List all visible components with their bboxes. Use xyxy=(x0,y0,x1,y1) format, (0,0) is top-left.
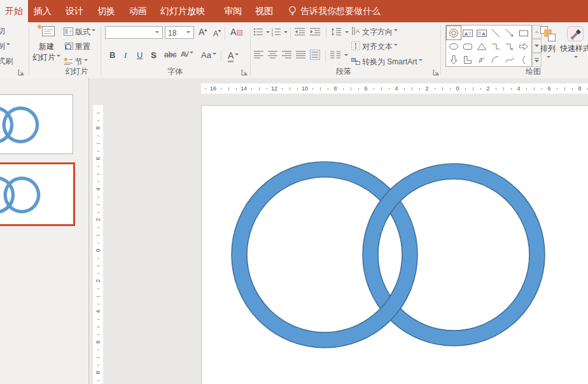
arrange-button[interactable]: 排列 xyxy=(536,25,559,63)
text-box-icon: A xyxy=(463,28,473,38)
text-shadow-button[interactable]: S xyxy=(151,50,157,60)
group-separator xyxy=(101,25,101,75)
ruler-number: 8 xyxy=(333,85,337,92)
italic-button[interactable]: I xyxy=(124,50,127,60)
tell-me-box[interactable]: 告诉我你想要做什么 xyxy=(288,0,381,22)
tab-transitions[interactable]: 切换 xyxy=(97,0,115,22)
underline-button[interactable]: U xyxy=(137,50,143,60)
align-right-icon[interactable] xyxy=(282,50,292,59)
shape-arrow[interactable] xyxy=(503,26,517,39)
tab-view[interactable]: 视图 xyxy=(255,0,273,22)
text-direction-button[interactable]: A 文字方向 xyxy=(351,27,398,38)
layout-button[interactable]: 版式 xyxy=(64,27,95,38)
tab-review[interactable]: 审阅 xyxy=(224,0,242,22)
shape-scribble[interactable] xyxy=(475,53,489,66)
shape-oval[interactable] xyxy=(447,39,461,53)
ruler-tick xyxy=(381,87,382,90)
shape-left-brace[interactable] xyxy=(517,53,531,66)
chevron-down-icon[interactable] xyxy=(153,27,162,38)
decrease-indent-icon[interactable] xyxy=(295,27,305,36)
chevron-down-icon[interactable] xyxy=(184,27,193,38)
cut-button[interactable]: 剪切 xyxy=(0,26,5,37)
strikethrough-button[interactable]: abc xyxy=(164,50,176,59)
grow-font-button[interactable]: A▴ xyxy=(199,27,207,37)
font-size-combobox[interactable]: 18 xyxy=(165,26,194,39)
panel-divider[interactable] xyxy=(88,78,89,384)
shape-down-arrow[interactable] xyxy=(447,53,461,66)
character-spacing-button[interactable]: AV xyxy=(181,50,193,58)
small-separator xyxy=(326,27,326,39)
shape-triangle[interactable] xyxy=(475,39,489,53)
shrink-font-button[interactable]: A▾ xyxy=(213,28,221,38)
shape-corner[interactable] xyxy=(461,53,475,66)
quick-styles-icon xyxy=(565,25,585,42)
quick-styles-button[interactable]: 快速样式 xyxy=(559,25,588,63)
ruler-tick xyxy=(97,197,99,197)
chevron-down-icon[interactable] xyxy=(345,31,349,35)
eraser-icon xyxy=(237,30,242,36)
ruler-tick xyxy=(526,88,527,90)
bold-button[interactable]: B xyxy=(109,50,115,60)
format-painter-button[interactable]: 格式刷 xyxy=(0,56,13,67)
increase-indent-icon[interactable] xyxy=(310,27,321,36)
ruler-tick xyxy=(97,120,99,121)
new-slide-button[interactable]: 新建 幻灯片 xyxy=(31,24,62,63)
font-dialog-launcher-icon[interactable] xyxy=(241,69,248,76)
font-name-combobox[interactable] xyxy=(105,26,163,39)
line-spacing-icon[interactable] xyxy=(331,27,342,36)
justify-icon[interactable] xyxy=(296,50,306,59)
vertical-text-box-icon: A xyxy=(477,28,487,38)
distribute-text-icon[interactable] xyxy=(310,50,321,60)
ruler-tick xyxy=(511,88,512,90)
font-color-button[interactable]: A xyxy=(228,50,239,60)
tab-insert[interactable]: 插入 xyxy=(34,0,52,22)
chevron-down-icon[interactable] xyxy=(344,54,348,58)
copy-button[interactable]: 复制 xyxy=(0,41,10,52)
ruler-tick xyxy=(97,266,100,266)
paragraph-dialog-launcher-icon[interactable] xyxy=(433,69,439,76)
font-size-value: 18 xyxy=(168,29,176,38)
tab-slideshow[interactable]: 幻灯片放映 xyxy=(160,0,205,22)
tab-home[interactable]: 开始 xyxy=(0,0,28,22)
shape-line[interactable] xyxy=(489,26,503,39)
shape-donut[interactable] xyxy=(447,26,461,39)
ruler-tick xyxy=(389,88,389,90)
columns-icon[interactable] xyxy=(330,50,340,59)
chevron-down-icon xyxy=(190,52,193,55)
change-case-button[interactable]: Aa xyxy=(201,50,216,60)
shape-right-arrow[interactable] xyxy=(517,39,531,53)
chevron-down-icon[interactable] xyxy=(266,31,270,35)
shape-curve[interactable] xyxy=(503,53,517,66)
triangle-shape-icon xyxy=(477,41,487,52)
shape-elbow-arrow-connector[interactable] xyxy=(503,39,517,53)
reset-button[interactable]: 重置 xyxy=(64,41,90,52)
ruler-tick xyxy=(97,304,99,304)
shape-gallery: A A xyxy=(445,25,532,67)
shape-rectangle[interactable] xyxy=(517,26,531,39)
tab-animations[interactable]: 动画 xyxy=(129,0,147,22)
clear-formatting-button[interactable]: A xyxy=(230,27,242,37)
tab-design[interactable]: 设计 xyxy=(66,0,83,22)
align-center-icon[interactable] xyxy=(268,50,278,59)
bullets-icon[interactable] xyxy=(253,27,263,36)
clipboard-dialog-launcher-icon[interactable] xyxy=(18,69,24,76)
shape-rounded-rectangle[interactable] xyxy=(461,39,475,53)
shape-vertical-text-box[interactable]: A xyxy=(475,26,489,39)
slide-thumbnail-1[interactable] xyxy=(0,94,73,154)
left-brace-shape-icon xyxy=(519,55,529,65)
ruler-tick xyxy=(97,296,100,297)
align-text-button[interactable]: 对齐文本 xyxy=(351,41,398,52)
chevron-down-icon[interactable] xyxy=(284,31,288,35)
shape-elbow-connector[interactable] xyxy=(489,39,503,53)
numbering-icon[interactable]: 123 xyxy=(271,27,281,36)
elbow-connector-icon xyxy=(491,41,501,52)
ruler-tick xyxy=(480,88,481,90)
shape-text-box[interactable]: A xyxy=(461,26,475,39)
slide-thumbnail-2-selected[interactable] xyxy=(0,162,75,226)
shape-arc[interactable] xyxy=(489,53,503,66)
slide-shapes[interactable] xyxy=(202,106,588,384)
align-left-icon[interactable] xyxy=(254,50,264,59)
ruler-tick xyxy=(221,88,221,90)
ruler-tick xyxy=(564,87,565,90)
slide-canvas[interactable] xyxy=(201,105,588,384)
